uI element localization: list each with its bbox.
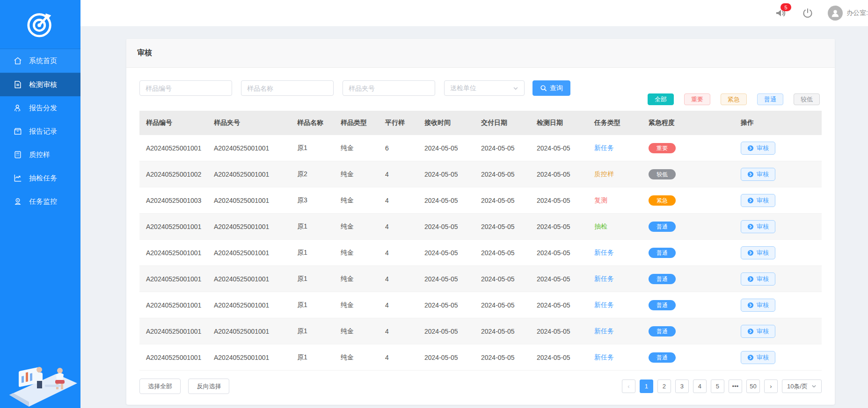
cell-test-date: 2024-05-05 — [530, 292, 588, 318]
table-row: A20240525001001A20240525001001原1纯金42024-… — [139, 214, 822, 240]
folder-no-input[interactable] — [343, 80, 435, 96]
circle-arrow-right-icon — [747, 250, 754, 256]
topbar: 5 办公室:张 — [80, 0, 868, 26]
cell-folder-no: A20240525001001 — [207, 135, 291, 161]
cell-sample-name: 原1 — [291, 344, 334, 371]
cell-test-date: 2024-05-05 — [530, 318, 588, 344]
cell-test-date: 2024-05-05 — [530, 135, 588, 161]
pagination-page-3[interactable]: 3 — [675, 379, 689, 393]
audit-button[interactable]: 审核 — [741, 168, 775, 181]
sidebar-item-label: 检测审核 — [29, 80, 57, 89]
urgency-badge: 较低 — [649, 169, 676, 179]
monitor-icon — [13, 196, 23, 207]
cell-sample-no: A20240525001001 — [139, 292, 207, 318]
pagination-page-4[interactable]: 4 — [693, 379, 707, 393]
urgency-badge: 普通 — [649, 352, 676, 363]
cell-task-type: 抽检 — [594, 222, 607, 230]
user-menu[interactable]: 办公室:张 — [828, 6, 868, 21]
cell-task-type: 新任务 — [594, 275, 614, 282]
cell-task-type: 复测 — [594, 196, 607, 204]
cell-sample-name: 原2 — [291, 161, 334, 187]
pagination-page-50[interactable]: 50 — [746, 379, 760, 393]
audit-button-label: 审核 — [757, 275, 769, 283]
pagination-ellipsis[interactable]: ••• — [729, 379, 742, 393]
cell-parallel: 4 — [379, 214, 418, 240]
audit-button[interactable]: 审核 — [741, 220, 775, 233]
notifications-button[interactable]: 5 — [773, 6, 788, 20]
cell-test-date: 2024-05-05 — [530, 240, 588, 266]
column-header: 样品名称 — [291, 111, 334, 135]
table-header-row: 样品编号样品夹号样品名称样品类型平行样接收时间交付日期检测日期任务类型紧急程度操… — [139, 111, 822, 135]
cell-task-type: 质控样 — [594, 170, 614, 178]
audit-panel: 审核 送检单位 查询 全部 重要 紧急 普通 较低 — [126, 39, 835, 405]
cell-receive-time: 2024-05-05 — [418, 214, 474, 240]
audit-button[interactable]: 审核 — [741, 351, 775, 364]
unit-select[interactable]: 送检单位 — [444, 80, 525, 96]
sidebar-item-report-dispatch[interactable]: 报告分发 — [0, 96, 80, 120]
filter-urgent[interactable]: 紧急 — [721, 93, 747, 105]
pagination-page-5[interactable]: 5 — [711, 379, 724, 393]
pagination-prev-button[interactable]: ‹ — [622, 379, 635, 393]
cell-receive-time: 2024-05-05 — [418, 266, 474, 292]
audit-button-label: 审核 — [757, 327, 769, 336]
cell-parallel: 4 — [379, 161, 418, 187]
audit-button[interactable]: 审核 — [741, 272, 775, 286]
logout-button[interactable] — [801, 6, 815, 20]
filter-all[interactable]: 全部 — [648, 93, 674, 105]
cell-task-type: 新任务 — [594, 327, 614, 335]
page-size-select[interactable]: 10条/页 — [782, 379, 822, 393]
chevron-down-icon — [513, 86, 518, 91]
cell-receive-time: 2024-05-05 — [418, 344, 474, 371]
cell-folder-no: A20240525001001 — [207, 240, 291, 266]
cell-sample-type: 纯金 — [334, 161, 379, 187]
sidebar-item-report-records[interactable]: 报告记录 — [0, 120, 80, 143]
cell-sample-no: A20240525001001 — [139, 214, 207, 240]
pagination: ‹12345•••50›10条/页 — [622, 379, 822, 393]
invert-select-button[interactable]: 反向选择 — [188, 379, 229, 394]
cell-sample-no: A20240525001001 — [139, 266, 207, 292]
pagination-page-2[interactable]: 2 — [657, 379, 671, 393]
sample-name-input[interactable] — [241, 80, 334, 96]
cell-receive-time: 2024-05-05 — [418, 240, 474, 266]
cell-test-date: 2024-05-05 — [530, 161, 588, 187]
cell-deliver-date: 2024-05-05 — [474, 266, 530, 292]
filter-important[interactable]: 重要 — [684, 93, 710, 105]
table-row: A20240525001002A20240525001001原2纯金42024-… — [139, 161, 822, 187]
pagination-next-button[interactable]: › — [764, 379, 778, 393]
pagination-page-1[interactable]: 1 — [640, 379, 653, 393]
cell-test-date: 2024-05-05 — [530, 266, 588, 292]
cell-sample-name: 原1 — [291, 292, 334, 318]
urgency-badge: 普通 — [649, 274, 676, 284]
teamwork-illustration — [0, 325, 80, 408]
cell-folder-no: A20240525001001 — [207, 266, 291, 292]
audit-button[interactable]: 审核 — [741, 194, 775, 207]
audit-button[interactable]: 审核 — [741, 142, 775, 155]
person-icon — [830, 8, 840, 18]
cell-task-type: 新任务 — [594, 353, 614, 361]
sidebar-item-audit[interactable]: 检测审核 — [0, 73, 80, 96]
audit-button[interactable]: 审核 — [741, 299, 775, 312]
table-row: A20240525001001A20240525001001原1纯金42024-… — [139, 240, 822, 266]
sidebar-item-label: 抽检任务 — [29, 174, 57, 183]
query-button[interactable]: 查询 — [532, 80, 570, 96]
sidebar-item-task-monitor[interactable]: 任务监控 — [0, 190, 80, 213]
sidebar-item-home[interactable]: 系统首页 — [0, 49, 80, 73]
cell-sample-type: 纯金 — [334, 344, 379, 371]
audit-button-label: 审核 — [757, 144, 769, 152]
sample-no-input[interactable] — [139, 80, 232, 96]
audit-button-label: 审核 — [757, 301, 769, 309]
cell-sample-no: A20240525001001 — [139, 135, 207, 161]
filter-low[interactable]: 较低 — [794, 93, 820, 105]
sidebar-item-label: 报告记录 — [29, 127, 57, 136]
sidebar-item-qc-sample[interactable]: 质控样 — [0, 143, 80, 166]
audit-button[interactable]: 审核 — [741, 246, 775, 259]
cell-parallel: 4 — [379, 292, 418, 318]
sidebar: 系统首页检测审核报告分发报告记录质控样抽检任务任务监控 — [0, 0, 80, 408]
column-header: 任务类型 — [588, 111, 642, 135]
sidebar-item-sampling-task[interactable]: 抽检任务 — [0, 166, 80, 190]
column-header: 检测日期 — [530, 111, 588, 135]
page-size-label: 10条/页 — [787, 382, 808, 391]
audit-button[interactable]: 审核 — [741, 325, 775, 338]
select-all-button[interactable]: 选择全部 — [139, 379, 181, 394]
filter-normal[interactable]: 普通 — [757, 93, 783, 105]
